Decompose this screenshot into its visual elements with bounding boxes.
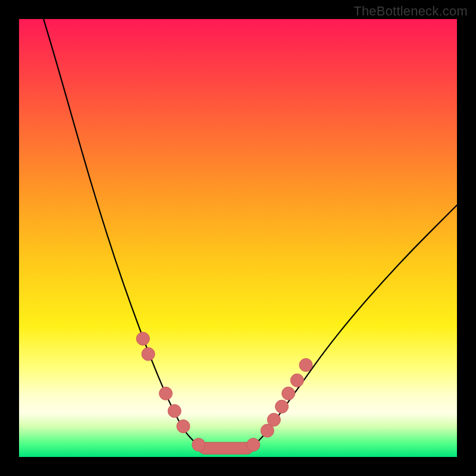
marker-left-3 xyxy=(168,405,181,418)
plot-area xyxy=(19,19,457,457)
marker-right-5 xyxy=(290,374,303,387)
bottleneck-curve xyxy=(41,19,457,448)
marker-right-6 xyxy=(299,358,312,371)
marker-right-2 xyxy=(267,413,280,426)
marker-right-4 xyxy=(282,387,295,400)
trough-band xyxy=(199,442,253,454)
marker-right-3 xyxy=(275,400,289,413)
outer-frame: TheBottleneck.com xyxy=(0,0,476,476)
marker-left-1 xyxy=(142,347,155,361)
marker-left-2 xyxy=(159,387,173,400)
watermark-text: TheBottleneck.com xyxy=(353,4,468,19)
marker-left-4 xyxy=(177,419,190,433)
curve-layer xyxy=(19,19,457,457)
marker-left-0 xyxy=(136,332,149,345)
marker-right-0 xyxy=(247,438,260,451)
marker-left-5 xyxy=(192,438,205,451)
